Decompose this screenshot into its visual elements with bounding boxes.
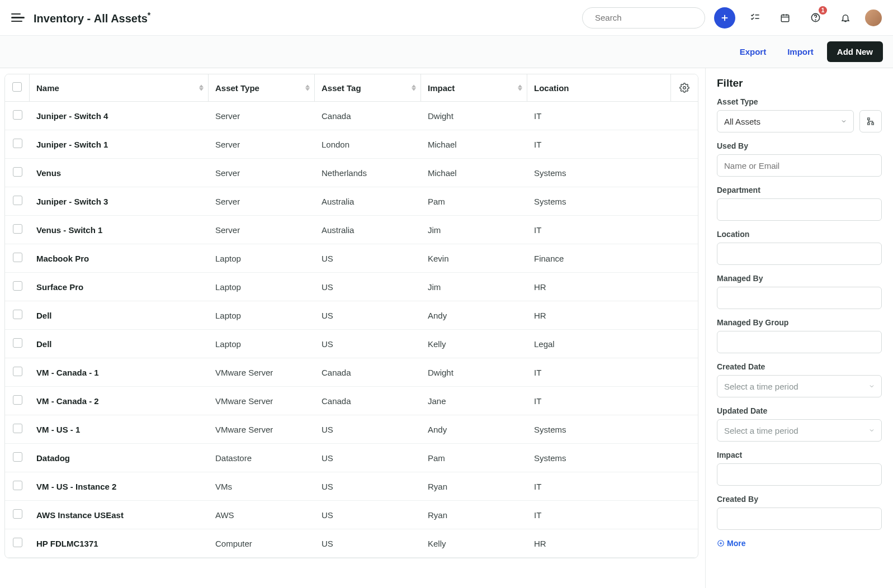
cell-name: Surface Pro: [30, 273, 209, 301]
tasks-button[interactable]: [744, 7, 766, 29]
cell-name: Juniper - Switch 4: [30, 102, 209, 130]
export-button[interactable]: Export: [732, 42, 774, 61]
cell-location: IT: [527, 130, 698, 159]
row-checkbox[interactable]: [13, 338, 22, 348]
filter-managed-by-group-input[interactable]: [717, 331, 882, 353]
cell-location: Systems: [527, 159, 698, 187]
svg-point-11: [815, 20, 816, 20]
notifications-button[interactable]: [835, 7, 856, 29]
cell-name: Datadog: [30, 444, 209, 472]
svg-point-12: [683, 87, 686, 89]
table-row[interactable]: DatadogDatastoreUSPamSystems: [5, 444, 698, 472]
cell-location: IT: [527, 216, 698, 244]
help-icon: [810, 12, 821, 23]
select-all-checkbox[interactable]: [12, 82, 22, 92]
filter-panel: Filter Asset Type All Assets Used By Dep…: [706, 68, 893, 588]
cell-impact: Michael: [421, 159, 527, 187]
row-checkbox[interactable]: [13, 509, 22, 519]
search-input[interactable]: [595, 13, 701, 22]
filter-asset-type-select[interactable]: All Assets: [717, 110, 854, 132]
row-checkbox[interactable]: [13, 139, 22, 148]
column-name[interactable]: Name: [30, 74, 209, 102]
table-row[interactable]: AWS Instance USEastAWSUSRyanIT: [5, 501, 698, 529]
row-checkbox[interactable]: [13, 395, 22, 405]
table-row[interactable]: Macbook ProLaptopUSKevinFinance: [5, 244, 698, 273]
cell-asset-tag: US: [315, 444, 421, 472]
table-row[interactable]: VM - Canada - 2VMware ServerCanadaJaneIT: [5, 387, 698, 415]
cell-location: Legal: [527, 330, 698, 358]
table-row[interactable]: Surface ProLaptopUSJimHR: [5, 273, 698, 301]
action-row: Export Import Add New: [0, 36, 893, 68]
cell-asset-type: VMs: [209, 472, 315, 501]
filter-more-link[interactable]: More: [717, 539, 882, 548]
cell-location: Finance: [527, 244, 698, 273]
filter-location-label: Location: [717, 230, 882, 239]
filter-location-input[interactable]: [717, 243, 882, 265]
cell-impact: Jane: [421, 387, 527, 415]
row-checkbox[interactable]: [13, 196, 22, 205]
cell-impact: Michael: [421, 130, 527, 159]
table-row[interactable]: Juniper - Switch 1ServerLondonMichaelIT: [5, 130, 698, 159]
cell-impact: Pam: [421, 187, 527, 216]
filter-created-date-label: Created Date: [717, 362, 882, 371]
search-box[interactable]: [582, 7, 705, 29]
title-asterisk: *: [148, 11, 150, 20]
cell-name: Dell: [30, 301, 209, 330]
row-checkbox[interactable]: [13, 481, 22, 490]
row-checkbox[interactable]: [13, 424, 22, 433]
table-row[interactable]: VM - Canada - 1VMware ServerCanadaDwight…: [5, 358, 698, 387]
filter-created-by-input[interactable]: [717, 508, 882, 530]
table-row[interactable]: Juniper - Switch 3ServerAustraliaPamSyst…: [5, 187, 698, 216]
topbar: Inventory - All Assets* 1: [0, 0, 893, 36]
column-location[interactable]: Location: [527, 74, 671, 102]
filter-created-date-select[interactable]: Select a time period: [717, 375, 882, 397]
table-container: Name Asset Type Asset Tag Impact Locatio…: [0, 68, 706, 588]
table-row[interactable]: Juniper - Switch 4ServerCanadaDwightIT: [5, 102, 698, 130]
filter-managed-by-input[interactable]: [717, 287, 882, 309]
table-row[interactable]: DellLaptopUSKellyLegal: [5, 330, 698, 358]
table-row[interactable]: DellLaptopUSAndyHR: [5, 301, 698, 330]
filter-hierarchy-button[interactable]: [859, 110, 882, 132]
filter-impact-label: Impact: [717, 451, 882, 459]
table-row[interactable]: VM - US - Instance 2VMsUSRyanIT: [5, 472, 698, 501]
row-checkbox[interactable]: [13, 167, 22, 177]
filter-department-label: Department: [717, 186, 882, 195]
row-checkbox[interactable]: [13, 452, 22, 462]
cell-name: VM - US - 1: [30, 415, 209, 444]
column-settings[interactable]: [671, 74, 698, 102]
table-row[interactable]: VM - US - 1VMware ServerUSAndySystems: [5, 415, 698, 444]
add-new-button[interactable]: Add New: [827, 41, 883, 62]
filter-impact-input[interactable]: [717, 463, 882, 486]
row-checkbox[interactable]: [13, 110, 22, 120]
column-impact[interactable]: Impact: [421, 74, 527, 102]
filter-department-input[interactable]: [717, 198, 882, 221]
column-asset-tag[interactable]: Asset Tag: [315, 74, 421, 102]
filter-used-by-input[interactable]: [717, 154, 882, 177]
filter-managed-by-label: Managed By: [717, 274, 882, 283]
cell-asset-type: Server: [209, 187, 315, 216]
filter-updated-date-select[interactable]: Select a time period: [717, 419, 882, 442]
avatar[interactable]: [865, 10, 882, 26]
row-checkbox[interactable]: [13, 538, 22, 547]
table-row[interactable]: VenusServerNetherlandsMichaelSystems: [5, 159, 698, 187]
cell-impact: Jim: [421, 273, 527, 301]
calendar-button[interactable]: [774, 7, 796, 29]
menu-icon[interactable]: [11, 11, 25, 25]
row-checkbox[interactable]: [13, 367, 22, 376]
add-button[interactable]: [714, 7, 735, 29]
table-row[interactable]: HP FDLMC1371ComputerUSKellyHR: [5, 529, 698, 558]
cell-asset-type: Computer: [209, 529, 315, 558]
cell-impact: Kelly: [421, 330, 527, 358]
filter-used-by-label: Used By: [717, 141, 882, 150]
hierarchy-icon: [866, 117, 875, 126]
row-checkbox[interactable]: [13, 281, 22, 291]
title-main: All Assets: [94, 12, 148, 24]
table-row[interactable]: Venus - Switch 1ServerAustraliaJimIT: [5, 216, 698, 244]
svg-rect-15: [872, 123, 873, 125]
column-asset-type[interactable]: Asset Type: [209, 74, 315, 102]
help-button[interactable]: 1: [805, 7, 826, 29]
row-checkbox[interactable]: [13, 253, 22, 262]
row-checkbox[interactable]: [13, 310, 22, 319]
row-checkbox[interactable]: [13, 224, 22, 234]
import-button[interactable]: Import: [779, 42, 821, 61]
